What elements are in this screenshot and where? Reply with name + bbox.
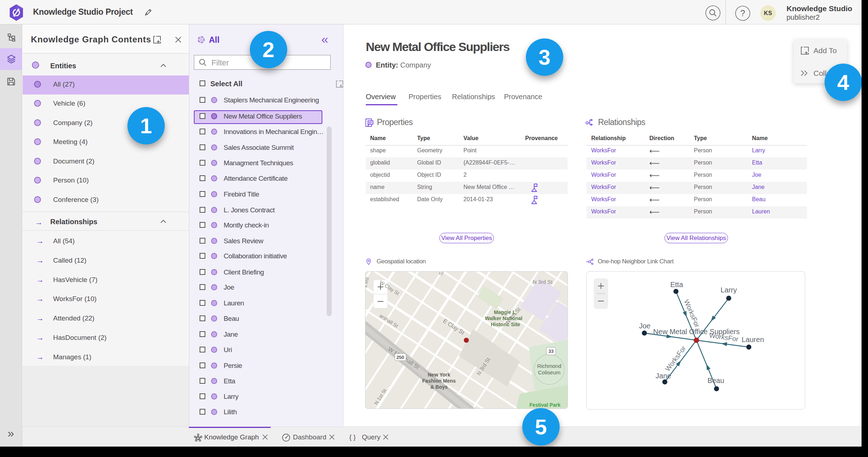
svg-text:Etta: Etta [670, 281, 683, 288]
svg-text:Coliseum: Coliseum [538, 369, 561, 375]
svg-text:Joe: Joe [639, 322, 650, 330]
svg-text:New York: New York [428, 372, 451, 378]
svg-text:Jane: Jane [655, 372, 671, 380]
svg-text:250: 250 [396, 355, 404, 360]
svg-text:k Rd: k Rd [365, 277, 370, 288]
svg-text:Walker National: Walker National [485, 315, 523, 321]
svg-text:Fashion Mens: Fashion Mens [422, 378, 456, 384]
svg-text:& Boys: & Boys [430, 384, 448, 390]
svg-text:?: ? [740, 8, 745, 18]
svg-text:E Clay St: E Clay St [442, 318, 466, 336]
svg-text:N 3rd St: N 3rd St [533, 279, 553, 285]
svg-text:Festival Park: Festival Park [529, 402, 561, 408]
svg-text:Richmond: Richmond [537, 363, 561, 369]
svg-text:Maggie L.: Maggie L. [494, 309, 517, 315]
svg-text:Beau: Beau [708, 377, 724, 384]
svg-text:Lauren: Lauren [742, 336, 764, 343]
svg-text:Historic Site: Historic Site [491, 322, 520, 327]
svg-text:Larry: Larry [720, 286, 737, 294]
svg-text:33: 33 [549, 348, 554, 354]
